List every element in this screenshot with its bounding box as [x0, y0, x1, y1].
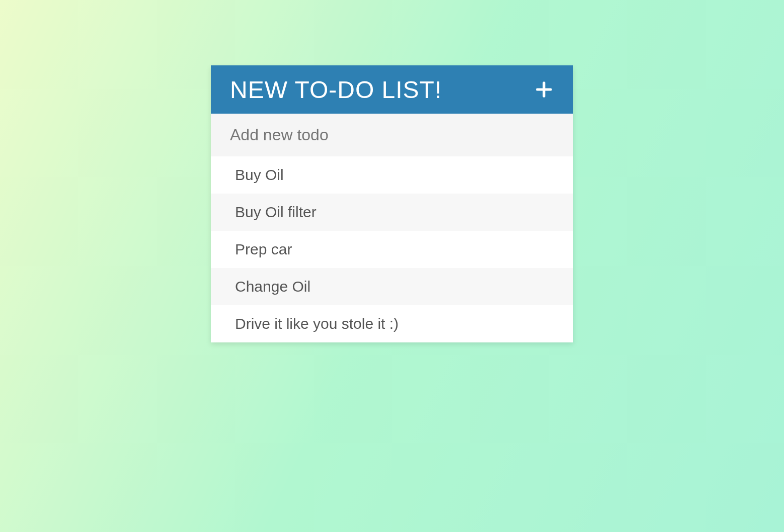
- input-area: [211, 114, 573, 156]
- todo-list: Buy OilBuy Oil filterPrep carChange OilD…: [211, 156, 573, 342]
- header: NEW TO-DO LIST!: [211, 65, 573, 114]
- todo-item[interactable]: Drive it like you stole it :): [211, 305, 573, 342]
- todo-item[interactable]: Prep car: [211, 231, 573, 268]
- todo-item[interactable]: Buy Oil: [211, 156, 573, 194]
- app-title: NEW TO-DO LIST!: [230, 76, 442, 104]
- plus-icon[interactable]: [534, 79, 554, 100]
- new-todo-input[interactable]: [211, 114, 573, 156]
- todo-app: NEW TO-DO LIST! Buy OilBuy Oil filterPre…: [211, 65, 573, 342]
- todo-item[interactable]: Buy Oil filter: [211, 194, 573, 231]
- todo-item[interactable]: Change Oil: [211, 268, 573, 305]
